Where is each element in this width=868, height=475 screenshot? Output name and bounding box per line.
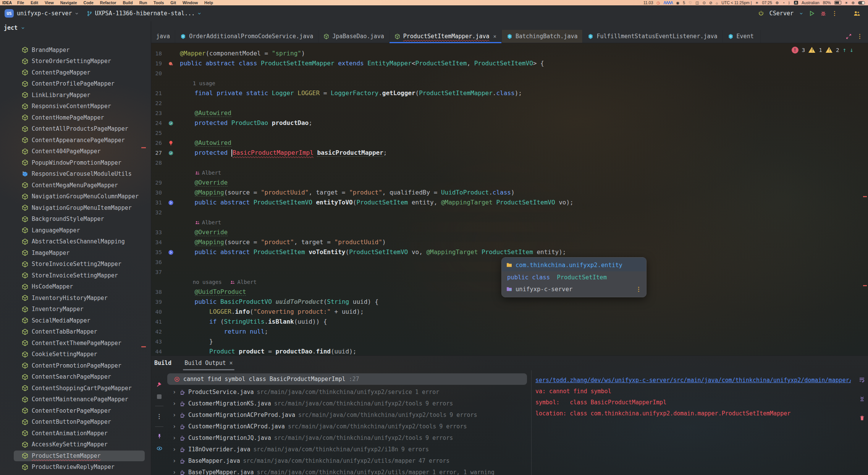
tree-item[interactable]: ContentAnimationMapper	[0, 428, 151, 439]
tree-item[interactable]: ContentButtonPageMapper	[0, 417, 151, 428]
tree-item[interactable]: Content404PageMapper	[0, 146, 151, 157]
tab-build-output[interactable]: Build Output ×	[184, 356, 233, 370]
build-file-row[interactable]: ›I18nOverrider.javasrc/main/java/com/thi…	[167, 444, 529, 455]
soft-wrap-icon[interactable]	[859, 377, 865, 383]
chevron-right-icon[interactable]: ›	[173, 400, 176, 407]
chevron-right-icon[interactable]: ›	[173, 457, 176, 464]
prev-error-arrow[interactable]: ↑	[843, 46, 847, 53]
tree-item[interactable]: LanguageMapper	[0, 225, 151, 236]
code-line[interactable]: 31 public abstract ProductSetItemVO enti…	[151, 198, 868, 208]
chevron-right-icon[interactable]: ›	[173, 446, 176, 453]
tree-item[interactable]: StoreOrderSettingMapper	[0, 56, 151, 67]
run-button[interactable]	[809, 10, 815, 16]
menu-navigate[interactable]: Navigate	[60, 0, 77, 5]
tree-item[interactable]: ContentAppearancePageMapper	[0, 135, 151, 146]
power-icon[interactable]	[758, 10, 764, 16]
project-selector[interactable]: unifyxp-c-server	[17, 10, 72, 17]
code-line[interactable]: 18@Mapper(componentModel = "spring")	[151, 49, 868, 58]
build-file-row[interactable]: ›BaseMapper.javasrc/main/java/com/thinkc…	[167, 455, 529, 467]
display-icon[interactable]: ◫	[695, 1, 699, 5]
code-line[interactable]: 19public abstract class ProductSetItemMa…	[151, 58, 868, 68]
scroll-to-end-icon[interactable]	[859, 396, 865, 402]
build-error-row-selected[interactable]: cannot find symbol class BasicProductMap…	[167, 373, 527, 385]
build-file-row[interactable]: ›BaseTypeMapper.javasrc/main/java/com/th…	[167, 467, 529, 475]
code-line[interactable]: 1 usage	[151, 78, 868, 88]
tree-item[interactable]: ContentFooterPageMapper	[0, 405, 151, 417]
tree-item[interactable]: ContentHomePageMapper	[0, 112, 151, 123]
close-icon[interactable]: ×	[230, 360, 233, 366]
chevron-right-icon[interactable]: ›	[173, 469, 176, 475]
code-line[interactable]: 24 protected ProductDao productDao;	[151, 118, 868, 128]
activity-icon[interactable]: ΛΛΛΛ	[663, 0, 672, 5]
tree-item[interactable]: HsCodeMapper	[0, 281, 151, 293]
brightness-icon[interactable]: ☀	[845, 1, 848, 5]
rerun-build-button[interactable]	[156, 381, 163, 387]
code-line[interactable]: 40 LOGGER.info("Converting product:" + u…	[151, 307, 868, 317]
close-icon[interactable]: ×	[493, 33, 496, 39]
input-source-icon[interactable]: A	[794, 1, 798, 5]
input-layout-label[interactable]: Australian	[802, 0, 820, 5]
code-with-me-users-icon[interactable]	[853, 10, 860, 16]
build-file-row[interactable]: ›CustomerMigrationJQ.javasrc/main/java/c…	[167, 432, 529, 444]
code-line[interactable]: 28	[151, 158, 868, 168]
chevron-right-icon[interactable]: ›	[173, 434, 176, 441]
tree-item[interactable]: ContentPromotionPageMapper	[0, 360, 151, 371]
heart-icon[interactable]: ♡	[689, 1, 692, 5]
apple-menu-app-name[interactable]: IDEA	[2, 0, 12, 5]
tree-item[interactable]: SocialMediaMapper	[0, 315, 151, 326]
tree-item[interactable]: ContentMaintenancePageMapper	[0, 394, 151, 405]
tree-item[interactable]: PopupWindowPromotionMapper	[0, 157, 151, 169]
menu-run[interactable]: Run	[139, 0, 147, 5]
build-file-row[interactable]: ›CustomerMigrationKS.javasrc/main/java/c…	[167, 398, 529, 409]
tree-item[interactable]: StoreInvoiceSetting2Mapper	[0, 259, 151, 270]
tree-item[interactable]: InventoryMapper	[0, 304, 151, 315]
code-line[interactable]: 39 public BasicProductVO uuidToProduct(S…	[151, 297, 868, 307]
tree-item[interactable]: ContentTextThemePageMapper	[0, 337, 151, 349]
chevron-right-icon[interactable]: ›	[173, 389, 176, 396]
menu-window[interactable]: Window	[183, 0, 198, 5]
menu-code[interactable]: Code	[84, 0, 94, 5]
menu-build[interactable]: Build	[123, 0, 133, 5]
code-line[interactable]: 42 return null;	[151, 327, 868, 337]
code-line[interactable]: 29 @Override	[151, 178, 868, 188]
code-line[interactable]: Albert	[151, 168, 868, 178]
code-line[interactable]: 21 final private static Logger LOGGER = …	[151, 88, 868, 98]
code-line[interactable]: 34 @Mapping(source = "product", target =…	[151, 237, 868, 247]
tree-item[interactable]: ContentPageMapper	[0, 67, 151, 78]
tab-FulfillmentStatusEventListener.java[interactable]: FulfillmentStatusEventListener.java	[583, 30, 723, 43]
tree-item[interactable]: NavigationGroupMenuColumnMapper	[0, 191, 151, 203]
pin-tab-icon[interactable]	[157, 433, 162, 439]
code-line[interactable]: 27 protected BasicProductMapperImpl basi…	[151, 148, 868, 158]
code-line[interactable]: 20	[151, 68, 868, 78]
menu-help[interactable]: Help	[204, 0, 213, 5]
code-line[interactable]: 32	[151, 208, 868, 217]
record-icon[interactable]: ⊙	[702, 1, 705, 5]
gear-icon[interactable]: ⚙	[776, 1, 779, 5]
tree-item[interactable]: BrandMapper	[0, 44, 151, 56]
shield-icon[interactable]: ⊘	[709, 1, 712, 5]
code-line[interactable]: Albert	[151, 217, 868, 227]
tree-item[interactable]: ProductSetItemMapper	[0, 450, 151, 462]
tree-item[interactable]: NavigationGroupMenuItemMapper	[0, 202, 151, 214]
tab-Event[interactable]: Event	[723, 30, 761, 43]
tree-item[interactable]: ContentShoppingCartPageMapper	[0, 383, 151, 394]
debug-button[interactable]	[820, 10, 826, 16]
popup-package-row[interactable]: com.thinkchina.unifyxp2.entity	[502, 258, 646, 271]
tab-OrderAdditionalPromoCodeService.java[interactable]: OrderAdditionalPromoCodeService.java	[175, 30, 318, 43]
tab-JpaBaseDao.java[interactable]: JpaBaseDao.java	[318, 30, 389, 43]
inspection-widget[interactable]: ! 3 ! 1 ! 2 ↑ ↓	[792, 46, 853, 53]
tree-item[interactable]: StoreInvoiceSettingMapper	[0, 270, 151, 281]
tree-item[interactable]: ImageMapper	[0, 247, 151, 259]
tab-BatchingBatch.java[interactable]: BatchingBatch.java	[502, 30, 583, 43]
tab-options-icon[interactable]: ⋮	[857, 33, 863, 40]
error-stripe-mark[interactable]	[863, 196, 867, 197]
alarm-clock-icon[interactable]: ◷	[656, 0, 660, 5]
clear-all-trash-icon[interactable]	[859, 415, 865, 421]
run-config-selector[interactable]: CServer	[769, 10, 794, 17]
more-actions-button[interactable]: ⋮	[832, 10, 837, 17]
timer-icon[interactable]: ◔	[782, 1, 785, 5]
tree-item[interactable]: ContentTabBarMapper	[0, 326, 151, 338]
tree-item[interactable]: AbstractSalesChannelMapping	[0, 236, 151, 248]
code-editor[interactable]: 18@Mapper(componentModel = "spring")19pu…	[151, 43, 868, 355]
menu-refactor[interactable]: Refactor	[100, 0, 116, 5]
